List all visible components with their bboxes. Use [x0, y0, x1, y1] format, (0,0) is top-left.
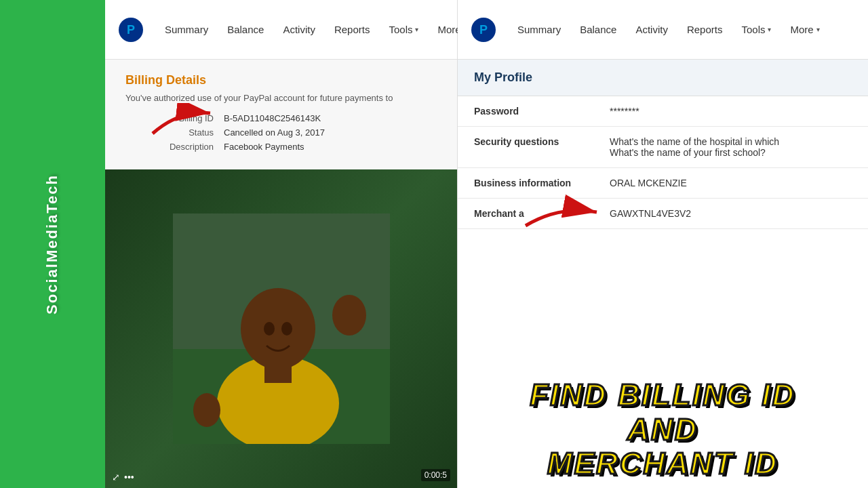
sidebar: SocialMediaTech — [0, 0, 105, 488]
right-nav-items: Summary Balance Activity Reports Tools ▾… — [509, 0, 828, 59]
business-label: Business information — [474, 178, 610, 188]
right-nav-balance[interactable]: Balance — [572, 0, 625, 59]
billing-section: Billing Details You've authorized use of… — [105, 60, 457, 169]
left-nav-activity[interactable]: Activity — [275, 0, 323, 59]
overlay-line1: FIND BILLING ID — [465, 378, 861, 413]
more-options-icon[interactable]: ••• — [124, 472, 134, 483]
main-content: P Summary Balance Activity Reports Tools… — [105, 0, 868, 488]
right-nav-reports[interactable]: Reports — [679, 0, 731, 59]
right-column: P Summary Balance Activity Reports Tools… — [458, 0, 868, 488]
right-col-inner: My Profile Password ******** Security qu… — [458, 60, 868, 488]
svg-point-8 — [332, 295, 366, 336]
tools-chevron-icon: ▾ — [415, 26, 418, 33]
overlay-line2: AND — [465, 413, 861, 447]
billing-status-row: Status Cancelled on Aug 3, 2017 — [132, 127, 437, 138]
left-nav-reports[interactable]: Reports — [326, 0, 378, 59]
billing-desc-row: Description Facebook Payments — [132, 142, 437, 152]
billing-id-value: B-5AD11048C2546143K — [224, 113, 321, 123]
right-more-chevron-icon: ▾ — [816, 26, 820, 33]
person-figure — [173, 214, 390, 444]
profile-header: My Profile — [458, 60, 868, 96]
right-tools-chevron-icon: ▾ — [768, 26, 771, 33]
paypal-logo-left: P — [119, 18, 143, 42]
left-column: P Summary Balance Activity Reports Tools… — [105, 0, 458, 488]
billing-id-row: Billing ID B-5AD11048C2546143K — [132, 113, 437, 123]
right-nav-activity[interactable]: Activity — [627, 0, 676, 59]
billing-subtitle: You've authorized use of your PayPal acc… — [125, 93, 437, 103]
left-nav-items: Summary Balance Activity Reports Tools ▾… — [157, 0, 475, 59]
profile-merchant-row: Merchant a GAWXTNL4VE3V2 — [458, 199, 868, 229]
security-label: Security questions — [474, 136, 610, 147]
left-nav-tools[interactable]: Tools ▾ — [380, 0, 427, 59]
svg-point-11 — [281, 322, 292, 336]
svg-point-10 — [264, 322, 275, 336]
brand-name: SocialMediaTech — [44, 174, 60, 314]
left-paypal-nav: P Summary Balance Activity Reports Tools… — [105, 0, 457, 60]
profile-business-row: Business information ORAL MCKENZIE — [458, 168, 868, 199]
password-value: ******** — [610, 106, 852, 117]
password-label: Password — [474, 106, 610, 117]
svg-rect-7 — [264, 363, 292, 383]
billing-desc-label: Description — [132, 142, 214, 152]
right-nav-tools[interactable]: Tools ▾ — [733, 0, 779, 59]
merchant-value: GAWXTNL4VE3V2 — [610, 208, 852, 219]
billing-status-value: Cancelled on Aug 3, 2017 — [224, 127, 325, 138]
right-nav-summary[interactable]: Summary — [509, 0, 569, 59]
profile-section: My Profile Password ******** Security qu… — [458, 60, 868, 274]
billing-status-label: Status — [132, 127, 214, 138]
video-controls[interactable]: ⤢ ••• — [112, 472, 134, 483]
profile-title: My Profile — [474, 70, 852, 85]
overlay-line3: MERCHANT ID — [465, 447, 861, 481]
left-nav-summary[interactable]: Summary — [157, 0, 216, 59]
video-timer: 0:00:5 — [421, 469, 450, 481]
svg-text:P: P — [479, 23, 488, 37]
profile-password-row: Password ******** — [458, 96, 868, 127]
billing-id-label: Billing ID — [132, 113, 214, 123]
merchant-label: Merchant a — [474, 208, 610, 219]
overlay-bottom: FIND BILLING ID AND MERCHANT ID — [458, 274, 868, 488]
billing-title: Billing Details — [125, 73, 437, 87]
billing-desc-value: Facebook Payments — [224, 142, 304, 152]
left-nav-balance[interactable]: Balance — [219, 0, 272, 59]
right-paypal-nav: P Summary Balance Activity Reports Tools… — [458, 0, 868, 60]
business-value: ORAL MCKENZIE — [610, 178, 852, 188]
paypal-logo-right: P — [471, 18, 496, 42]
expand-icon[interactable]: ⤢ — [112, 472, 120, 483]
video-player: 0:00:5 ⤢ ••• — [105, 169, 457, 488]
svg-point-6 — [241, 288, 315, 369]
columns-layout: P Summary Balance Activity Reports Tools… — [105, 0, 868, 488]
svg-point-9 — [193, 393, 220, 427]
svg-text:P: P — [127, 23, 135, 37]
profile-security-row: Security questions What's the name of th… — [458, 127, 868, 168]
right-nav-more[interactable]: More ▾ — [782, 0, 827, 59]
security-value: What's the name of the hospital in which… — [610, 136, 852, 158]
overlay-text-block: FIND BILLING ID AND MERCHANT ID — [465, 378, 861, 481]
video-section[interactable]: 0:00:5 ⤢ ••• — [105, 169, 457, 488]
